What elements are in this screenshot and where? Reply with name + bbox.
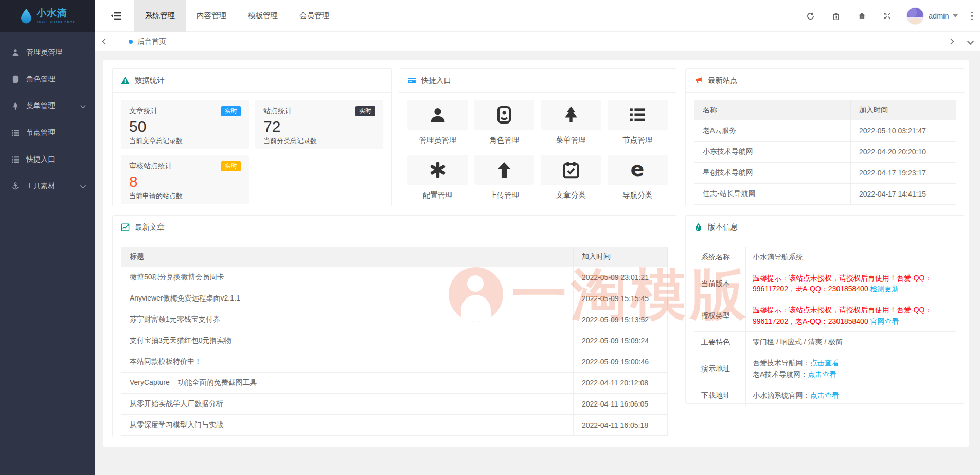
- sidebar-item-quick-entry[interactable]: 快捷入口: [0, 146, 95, 173]
- quick-entry-config-manage[interactable]: 配置管理: [407, 155, 468, 204]
- site-name: 星创技术导航网: [694, 163, 851, 184]
- leaf-icon: [694, 223, 703, 232]
- download-view-link[interactable]: 点击查看: [810, 391, 839, 399]
- site-name: 老A云服务: [694, 120, 851, 142]
- sidebar-menu: 管理员管理 角色管理 菜单管理 节点管理 快捷入口: [0, 32, 95, 200]
- avatar[interactable]: [906, 7, 924, 25]
- article-join-time: 2022-05-09 23:01:21: [574, 267, 668, 288]
- site-join-time: 2022-05-10 03:21:47: [851, 120, 956, 142]
- stat-desc: 当前文章总记录数: [129, 136, 241, 146]
- article-join-time: 2022-04-11 16:05:18: [574, 415, 668, 436]
- username[interactable]: admin: [929, 12, 949, 20]
- version-row-label: 下载地址: [694, 385, 746, 406]
- demo-view-link[interactable]: 点击查看: [810, 359, 839, 367]
- article-join-time: 2022-05-09 15:09:24: [574, 330, 668, 351]
- role-badge-icon: [11, 75, 20, 83]
- quick-entry-nav-category[interactable]: e 导航分类: [608, 155, 668, 204]
- table-row: 支付宝抽3元天猫红包0元撸实物 2022-05-09 15:09:24: [121, 330, 668, 351]
- sidebar-item-role-manage[interactable]: 角色管理: [0, 66, 95, 93]
- site-name: 小东技术导航网: [694, 142, 851, 163]
- collapse-chevron-icon[interactable]: [960, 39, 980, 44]
- tab-member-manage[interactable]: 会员管理: [289, 0, 340, 32]
- article-title: VeryCapture – 功能全面的免费截图工具: [121, 373, 574, 394]
- quick-entry-label: 文章分类: [541, 190, 601, 200]
- quick-entry-label: 菜单管理: [541, 135, 601, 145]
- table-row: 小东技术导航网 2022-04-20 20:20:10: [694, 142, 956, 163]
- topbar-actions: admin: [797, 0, 980, 32]
- article-title: 支付宝抽3元天猫红包0元撸实物: [121, 330, 574, 351]
- kebab-menu-icon[interactable]: [971, 12, 973, 21]
- role-badge-icon: [494, 105, 514, 125]
- latest-sites-table: 名称 加入时间 老A云服务 2022-05-10 03:21:47 小东技术导航…: [694, 100, 956, 205]
- latest-articles-table: 标题 加入时间 微博50积分兑换微博会员周卡 2022-05-09 23:01:…: [121, 247, 668, 436]
- anchor-icon: [11, 182, 20, 190]
- list-icon: [628, 105, 647, 125]
- stat-desc: 当前申请的站点数: [129, 191, 241, 201]
- table-row: 本站同款模板特价中！ 2022-05-09 15:00:46: [121, 351, 668, 373]
- tab-content-manage[interactable]: 内容管理: [186, 0, 237, 32]
- table-row: 老A云服务 2022-05-10 03:21:47: [694, 120, 956, 142]
- version-row-label: 主要特色: [694, 332, 746, 353]
- sidebar-item-menu-manage[interactable]: 菜单管理: [0, 93, 95, 119]
- article-title: 微博50积分兑换微博会员周卡: [121, 267, 574, 288]
- logo-subtitle: SMALL WATER DROP: [37, 20, 75, 24]
- version-row-label: 授权类型: [694, 300, 746, 332]
- trash-icon[interactable]: [823, 0, 849, 32]
- article-join-time: 2022-04-11 20:12:08: [574, 373, 668, 394]
- table-row: 授权类型 温馨提示：该站点未授权，请授权后再使用！吾爱-QQ：996117202…: [694, 300, 956, 332]
- logo-title: 小水滴: [37, 8, 75, 18]
- menu-toggle-icon[interactable]: [111, 12, 121, 20]
- tree-icon: [561, 105, 581, 125]
- upload-arrow-icon: [494, 160, 514, 180]
- table-row: 演示地址 吾爱技术导航网：点击查看 老A技术导航网：点击查看: [694, 353, 956, 385]
- user-icon: [428, 105, 448, 125]
- unauthorized-warning-text: 温馨提示：该站点未授权，请授权后再使用！吾爱-QQ：996117202，老A-Q…: [753, 274, 932, 293]
- refresh-icon[interactable]: [797, 0, 823, 32]
- column-header-join-time: 加入时间: [851, 100, 956, 120]
- tab-system-manage[interactable]: 系统管理: [134, 0, 186, 32]
- card-title: 最新站点: [708, 76, 738, 85]
- table-row: 佳志-站长导航网 2022-04-17 14:41:15: [694, 184, 956, 205]
- version-row-label: 演示地址: [694, 353, 746, 385]
- quick-entry-upload-manage[interactable]: 上传管理: [474, 155, 535, 204]
- tab-template-manage[interactable]: 模板管理: [237, 0, 289, 32]
- sidebar-item-label: 管理员管理: [26, 48, 62, 57]
- tab-backend-home[interactable]: 后台首页: [115, 32, 180, 51]
- sidebar-item-tool-material[interactable]: 工具素材: [0, 173, 95, 200]
- caret-down-icon[interactable]: [953, 14, 958, 17]
- stat-label: 站点统计: [263, 107, 292, 116]
- home-icon[interactable]: [849, 0, 875, 32]
- quick-entry-menu-manage[interactable]: 菜单管理: [541, 100, 601, 149]
- demo-view-link[interactable]: 点击查看: [808, 370, 836, 378]
- back-chevron-icon[interactable]: [95, 39, 115, 44]
- quick-entry-label: 配置管理: [407, 190, 468, 200]
- sidebar-item-node-manage[interactable]: 节点管理: [0, 119, 95, 146]
- stats-card: 数据统计 文章统计 实时 50 当前文章总记录数 站点统计 实时 72 当前分类…: [112, 68, 392, 206]
- check-update-link[interactable]: 检测更新: [870, 285, 899, 293]
- demo-line: 老A技术导航网：点击查看: [753, 369, 949, 380]
- site-join-time: 2022-04-20 20:20:10: [851, 142, 956, 163]
- article-join-time: 2022-05-09 15:13:52: [574, 309, 668, 330]
- quick-entry-role-manage[interactable]: 角色管理: [474, 100, 535, 149]
- column-header-title: 标题: [121, 247, 574, 267]
- forward-chevron-icon[interactable]: [941, 39, 960, 44]
- chevron-down-icon: [80, 102, 86, 108]
- active-tab-label: 后台首页: [137, 37, 166, 46]
- stat-desc: 当前分类总记录数: [263, 136, 375, 146]
- official-site-link[interactable]: 官网查看: [870, 317, 899, 325]
- article-title: 从零深度学习模型入门与实战: [121, 415, 574, 436]
- card-title: 快捷入口: [421, 76, 451, 85]
- fullscreen-icon[interactable]: [875, 0, 900, 32]
- quick-entry-article-category[interactable]: 文章分类: [541, 155, 601, 204]
- status-badge: 实时: [221, 106, 241, 116]
- article-join-time: 2022-05-09 15:15:45: [574, 288, 668, 309]
- quick-entry-node-manage[interactable]: 节点管理: [608, 100, 668, 149]
- sidebar-item-admin-manage[interactable]: 管理员管理: [0, 39, 95, 66]
- main-nav-tabs: 系统管理 内容管理 模板管理 会员管理: [134, 0, 340, 32]
- table-row: 从零深度学习模型入门与实战 2022-04-11 16:05:18: [121, 415, 668, 436]
- quick-entry-label: 节点管理: [608, 135, 668, 145]
- sidebar-item-label: 角色管理: [26, 75, 55, 84]
- page-tab-bar: 后台首页: [95, 32, 980, 51]
- version-info-table: 系统名称 小水滴导航系统 当前版本 温馨提示：该站点未授权，请授权后再使用！吾爱…: [694, 247, 956, 406]
- quick-entry-admin-manage[interactable]: 管理员管理: [407, 100, 468, 149]
